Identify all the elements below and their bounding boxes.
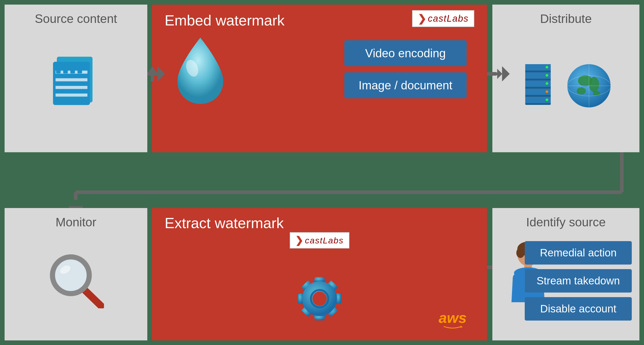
svg-marker-34	[497, 69, 502, 79]
gear-icon	[294, 273, 345, 325]
svg-point-53	[312, 292, 327, 306]
image-document-btn[interactable]: Image / document	[344, 72, 467, 98]
svg-rect-2	[53, 62, 90, 105]
castlabs-chevron: ❯	[418, 13, 426, 24]
svg-rect-8	[63, 69, 68, 73]
arrow-embed-to-distribute	[487, 66, 502, 81]
embed-watermark-cell: Embed watermark ❯ castLabs	[152, 5, 487, 152]
svg-marker-31	[147, 66, 157, 74]
extract-watermark-label: Extract watermark	[165, 214, 284, 231]
arrow-source-to-embed	[147, 66, 157, 81]
action-buttons: Remedial action Stream takedown Disable …	[525, 241, 632, 321]
distribute-icons	[520, 62, 612, 110]
disable-account-btn[interactable]: Disable account	[525, 297, 632, 321]
svg-rect-10	[77, 69, 82, 73]
extract-watermark-cell: Extract watermark ❯ castLabs	[152, 208, 487, 340]
source-content-cell: Source content	[5, 5, 147, 152]
castlabs-logo-bottom: ❯ castLabs	[290, 232, 349, 249]
svg-rect-32	[151, 73, 154, 81]
magnifier-icon	[48, 252, 104, 309]
monitor-cell: Monitor	[5, 208, 147, 340]
embed-buttons: Video encoding Image / document	[344, 40, 467, 98]
castlabs-chevron-bottom: ❯	[295, 235, 303, 246]
source-icon	[53, 57, 99, 111]
svg-point-18	[546, 66, 548, 68]
svg-point-21	[546, 90, 548, 93]
source-content-label: Source content	[35, 12, 117, 26]
distribute-cell: Distribute	[492, 5, 639, 152]
stream-takedown-btn[interactable]: Stream takedown	[525, 269, 632, 293]
svg-rect-33	[487, 73, 497, 75]
water-drop-icon	[172, 35, 228, 107]
remedial-action-btn[interactable]: Remedial action	[525, 241, 632, 265]
embed-watermark-label: Embed watermark	[165, 12, 285, 29]
svg-point-26	[577, 87, 586, 94]
video-encoding-btn[interactable]: Video encoding	[344, 40, 467, 66]
identify-source-cell: Identify source Remedial action Stream t…	[492, 208, 639, 340]
monitor-label: Monitor	[56, 215, 96, 229]
svg-rect-7	[56, 69, 61, 73]
castlabs-logo-top: ❯ castLabs	[412, 10, 474, 27]
aws-text: aws	[439, 310, 467, 325]
identify-source-label: Identify source	[526, 215, 606, 229]
svg-rect-9	[70, 69, 75, 73]
castlabs-text-top: castLabs	[428, 13, 469, 24]
svg-point-58	[516, 248, 524, 258]
svg-rect-6	[56, 93, 87, 96]
svg-point-25	[589, 77, 599, 92]
distribute-label: Distribute	[540, 12, 592, 26]
aws-logo: aws	[439, 310, 467, 330]
svg-point-19	[546, 74, 548, 77]
svg-point-22	[546, 99, 548, 101]
svg-rect-5	[56, 86, 87, 89]
svg-marker-55	[460, 326, 463, 328]
svg-rect-4	[56, 78, 87, 81]
svg-line-50	[85, 290, 101, 306]
castlabs-text-bottom: castLabs	[305, 236, 344, 245]
svg-point-20	[546, 82, 548, 85]
